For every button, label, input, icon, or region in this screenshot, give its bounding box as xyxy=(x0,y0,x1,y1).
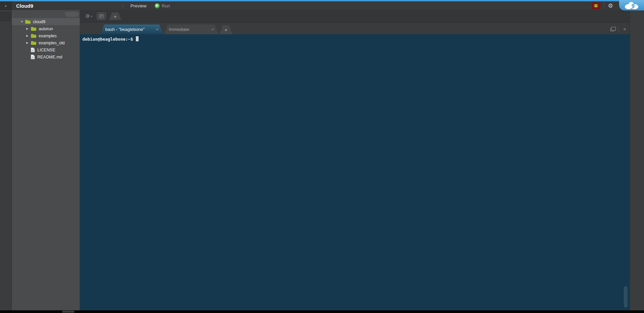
file-type-icon xyxy=(31,41,36,45)
cloud9-ide: ▲ Cloud9 Preview Run ⚙ xyxy=(0,0,644,313)
terminal-prompt: debian@beaglebone:~$ xyxy=(82,37,136,42)
tree-row-label: examples xyxy=(39,34,57,38)
console-tab-row: bash - "beaglebone" × Immediate × + × xyxy=(80,23,630,34)
settings-gear-button[interactable]: ⚙ xyxy=(608,3,613,9)
tree-row[interactable]: examples xyxy=(12,32,80,39)
menubar-divider xyxy=(123,3,123,8)
tree-row[interactable]: cloud9 xyxy=(12,18,80,25)
svg-text:9: 9 xyxy=(632,3,635,9)
console-settings-button[interactable]: ⚙ ▾ xyxy=(85,13,92,19)
run-button-label: Run xyxy=(162,3,170,8)
expand-caret-icon[interactable] xyxy=(26,27,31,30)
bug-icon xyxy=(593,3,599,8)
terminal-scrollbar-thumb[interactable] xyxy=(624,286,628,308)
collapse-menubar-button[interactable]: ▲ xyxy=(0,1,12,10)
maximize-pane-icon[interactable] xyxy=(610,28,614,31)
expand-caret-icon[interactable] xyxy=(26,41,31,44)
file-type-icon xyxy=(31,27,36,31)
toggle-console-button[interactable] xyxy=(97,12,106,20)
play-icon xyxy=(155,3,160,8)
menubar-divider xyxy=(604,2,604,9)
chevron-down-icon: ▾ xyxy=(91,15,92,18)
expand-caret-icon[interactable] xyxy=(21,20,25,23)
debug-bug-button[interactable] xyxy=(592,2,600,9)
console-tab[interactable]: bash - "beaglebone" × xyxy=(101,25,163,34)
horizontal-scrollbar-thumb[interactable] xyxy=(62,311,74,313)
cloud9-logo-text: Cloud9 xyxy=(12,3,39,9)
pane-controls: × xyxy=(610,26,626,32)
cloud9-account-button[interactable]: 9 xyxy=(619,0,644,10)
tree-row-label: README.md xyxy=(37,55,62,59)
file-tree-panel: cloud9 autorun examples examples_old xyxy=(12,10,80,310)
close-pane-icon[interactable]: × xyxy=(623,27,626,32)
new-tab-button[interactable]: + xyxy=(220,25,232,34)
tree-row-label: cloud9 xyxy=(33,19,45,24)
plus-icon: + xyxy=(114,13,117,19)
left-rail-tab[interactable] xyxy=(0,12,12,21)
tree-row[interactable]: autorun xyxy=(12,25,80,32)
preview-button[interactable]: Preview xyxy=(127,3,150,8)
file-type-icon xyxy=(31,54,35,59)
pane-controls-divider xyxy=(618,26,619,32)
top-accent-strip xyxy=(0,0,644,1)
console-tab-label: bash - "beaglebone" xyxy=(105,27,145,32)
bottom-strip xyxy=(0,310,644,313)
tree-row[interactable]: examples_old xyxy=(12,39,80,46)
console-tab-label: Immediate xyxy=(169,27,189,32)
right-rail xyxy=(630,10,644,310)
menu-bar: ▲ Cloud9 Preview Run ⚙ xyxy=(0,1,644,10)
tree-row-label: LICENSE xyxy=(37,48,55,52)
terminal[interactable]: debian@beaglebone:~$ xyxy=(80,34,630,310)
console-toolbar: ⚙ ▾ + xyxy=(80,10,630,23)
plus-icon: + xyxy=(225,27,228,33)
terminal-cursor xyxy=(136,36,139,41)
console-list-icon xyxy=(99,14,104,18)
up-arrow-icon: ▲ xyxy=(4,4,7,7)
file-type-icon xyxy=(31,34,36,38)
left-rail xyxy=(0,10,12,310)
close-icon[interactable]: × xyxy=(156,27,158,32)
new-pane-button[interactable]: + xyxy=(109,12,121,20)
tree-row[interactable]: LICENSE xyxy=(12,46,80,53)
close-icon[interactable]: × xyxy=(211,27,214,32)
file-type-icon xyxy=(31,47,35,52)
tree-row-label: examples_old xyxy=(39,41,65,45)
terminal-prompt-line: debian@beaglebone:~$ xyxy=(82,36,626,43)
expand-caret-icon[interactable] xyxy=(26,34,31,37)
file-type-icon xyxy=(25,19,31,24)
cloud9-cloud-icon: 9 xyxy=(623,1,640,10)
run-button[interactable]: Run xyxy=(155,3,170,8)
file-tree: cloud9 autorun examples examples_old xyxy=(12,18,80,60)
console-tab[interactable]: Immediate × xyxy=(164,25,219,34)
gear-icon: ⚙ xyxy=(85,13,90,19)
tree-panel-grip[interactable] xyxy=(65,12,79,17)
tree-row[interactable]: README.md xyxy=(12,53,80,60)
console-area: ⚙ ▾ + bash - "beaglebone" × xyxy=(80,10,630,310)
tree-row-label: autorun xyxy=(39,27,53,31)
file-tree-header xyxy=(12,10,80,18)
console-tabs: bash - "beaglebone" × Immediate × xyxy=(101,25,220,34)
